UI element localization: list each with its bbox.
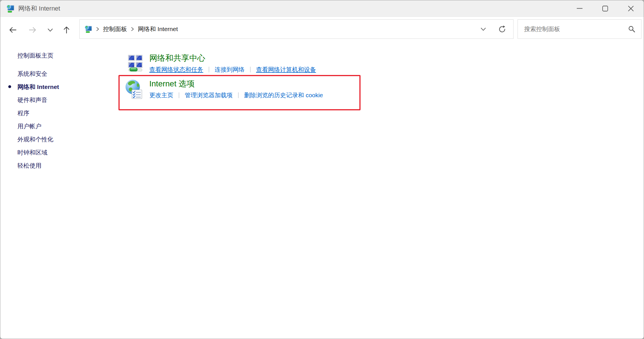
task-link-connect-to-network[interactable]: 连接到网络	[215, 66, 245, 74]
close-button[interactable]	[618, 0, 644, 17]
task-link-view-network-status[interactable]: 查看网络状态和任务	[149, 66, 203, 74]
chevron-down-icon	[480, 27, 486, 31]
task-link-change-homepage[interactable]: 更改主页	[149, 91, 173, 99]
address-bar[interactable]: 控制面板 网络和 Internet	[79, 19, 514, 39]
refresh-button[interactable]	[498, 25, 506, 33]
maximize-button[interactable]	[592, 0, 618, 17]
internet-options-title-link[interactable]: Internet 选项	[149, 79, 323, 89]
sidebar-category-list: 系统和安全 网络和 Internet 硬件和声音 程序 用户帐户 外观和个性化 …	[17, 70, 59, 175]
network-internet-icon	[6, 4, 15, 13]
sidebar-item-programs[interactable]: 程序	[17, 109, 59, 122]
breadcrumb-network-internet[interactable]: 网络和 Internet	[138, 25, 178, 33]
forward-icon	[28, 25, 37, 34]
sidebar-item-clock-region[interactable]: 时钟和区域	[17, 149, 59, 162]
search-icon[interactable]	[628, 25, 635, 33]
task-link-view-network-computers[interactable]: 查看网络计算机和设备	[256, 66, 316, 74]
minimize-button[interactable]	[567, 0, 592, 17]
search-box	[518, 19, 641, 39]
section-internet-options: Internet 选项 更改主页 管理浏览器加载项 删除浏览的历史记录和 coo…	[149, 79, 323, 99]
link-separator	[250, 67, 251, 72]
sidebar-item-system-security[interactable]: 系统和安全	[17, 70, 59, 83]
control-panel-window: 网络和 Internet	[0, 0, 644, 339]
network-sharing-center-title-link[interactable]: 网络和共享中心	[149, 53, 316, 63]
back-icon	[8, 25, 17, 34]
search-input[interactable]	[518, 26, 628, 33]
breadcrumb-chevron[interactable]	[96, 27, 99, 32]
up-icon	[62, 25, 71, 34]
internet-options-icon[interactable]	[125, 79, 142, 100]
sidebar-item-user-accounts[interactable]: 用户帐户	[17, 122, 59, 135]
section-network-sharing-center: 网络和共享中心 查看网络状态和任务 连接到网络 查看网络计算机和设备	[149, 53, 316, 74]
sidebar-item-network-internet[interactable]: 网络和 Internet	[17, 83, 59, 96]
window-controls	[567, 0, 644, 17]
link-separator	[209, 67, 209, 72]
network-internet-icon	[84, 25, 92, 33]
sidebar-item-hardware-sound[interactable]: 硬件和声音	[17, 96, 59, 109]
close-icon	[628, 6, 634, 11]
maximize-icon	[602, 6, 608, 11]
window-title: 网络和 Internet	[18, 4, 60, 13]
forward-button[interactable]	[28, 25, 37, 35]
breadcrumb-chevron[interactable]	[131, 27, 134, 32]
refresh-icon	[498, 25, 506, 33]
network-sharing-center-tasks: 查看网络状态和任务 连接到网络 查看网络计算机和设备	[149, 66, 316, 74]
recent-locations-chevron-icon	[47, 28, 53, 32]
internet-options-tasks: 更改主页 管理浏览器加载项 删除浏览的历史记录和 cookie	[149, 91, 323, 99]
network-sharing-center-icon[interactable]	[128, 54, 143, 72]
sidebar-item-ease-of-access[interactable]: 轻松使用	[17, 162, 59, 175]
task-link-manage-browser-addons[interactable]: 管理浏览器加载项	[185, 91, 233, 99]
navigation-toolbar: 控制面板 网络和 Internet	[0, 17, 644, 42]
address-dropdown-button[interactable]	[479, 27, 488, 31]
sidebar-item-home[interactable]: 控制面板主页	[17, 52, 53, 60]
minimize-icon	[577, 8, 583, 9]
task-link-delete-history-cookies[interactable]: 删除浏览的历史记录和 cookie	[244, 91, 323, 99]
up-button[interactable]	[62, 25, 71, 35]
recent-locations-button[interactable]	[45, 25, 55, 35]
link-separator	[179, 92, 179, 98]
active-item-bullet	[8, 85, 11, 88]
back-button[interactable]	[8, 25, 18, 35]
sidebar-item-appearance-personalization[interactable]: 外观和个性化	[17, 135, 59, 149]
breadcrumb-control-panel[interactable]: 控制面板	[103, 25, 127, 33]
link-separator	[238, 92, 239, 98]
title-bar: 网络和 Internet	[0, 0, 644, 17]
